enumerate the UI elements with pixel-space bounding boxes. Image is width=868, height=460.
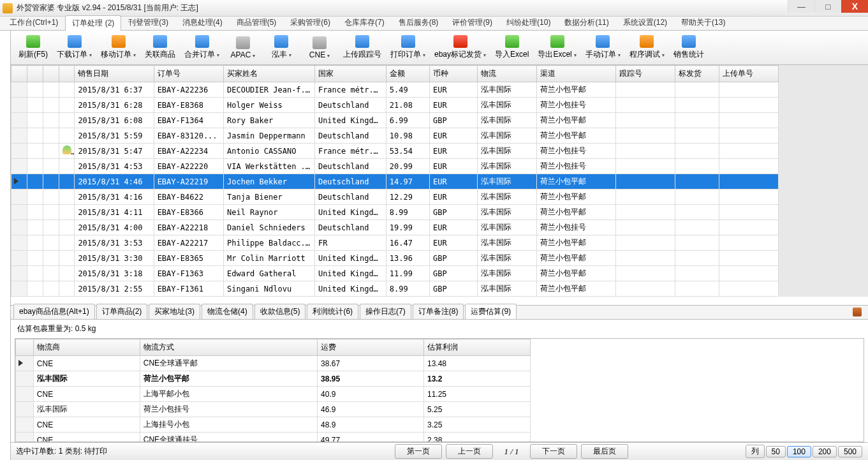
freight-row[interactable]: 泓丰国际荷兰小包挂号46.95.25	[16, 402, 531, 417]
sidebar-item[interactable]: ⊞标记订单 (2506)	[0, 297, 11, 312]
maximize-button[interactable]: □	[814, 0, 841, 13]
toolbar-button[interactable]: 合并订单▾	[180, 32, 223, 64]
page-size-button[interactable]: 100	[787, 446, 811, 457]
row-header[interactable]	[11, 128, 27, 144]
minimize-button[interactable]: —	[788, 0, 814, 13]
detail-tab[interactable]: 利润统计(6)	[307, 304, 358, 319]
sidebar-item[interactable]: 所有订单 (28010)	[0, 33, 11, 48]
grid-header[interactable]: 上传单号	[719, 66, 778, 82]
sidebar-item[interactable]: 待打印订单 (87)	[0, 151, 11, 165]
sidebar-item[interactable]: 其他订单 (1)	[0, 209, 11, 224]
list-mode-button[interactable]: 列	[746, 445, 765, 458]
row-header[interactable]	[11, 281, 27, 297]
detail-tab[interactable]: 订单备注(8)	[413, 304, 464, 319]
grid-header[interactable]: 渠道	[536, 66, 615, 82]
order-grid[interactable]: 销售日期订单号买家姓名国家金额币种物流渠道跟踪号标发货上传单号2015/8/31…	[11, 65, 779, 297]
grid-header[interactable]	[27, 66, 43, 82]
main-tab[interactable]: 售后服务(8)	[392, 15, 446, 30]
sidebar-item[interactable]: 海外仓订单 (26)	[0, 165, 11, 180]
row-header[interactable]	[16, 417, 34, 433]
main-tab[interactable]: 消息处理(4)	[175, 15, 230, 30]
book-icon[interactable]	[853, 308, 862, 316]
table-row[interactable]: 2015/8/31 3:18EBAY-F1363Edward GatheralU…	[11, 266, 779, 281]
page-next-button[interactable]: 下一页	[530, 444, 577, 459]
table-row[interactable]: 2015/8/31 4:53EBAY-A22220VIA Werkstätten…	[11, 159, 779, 174]
toolbar-button[interactable]: 上传跟踪号	[339, 32, 385, 64]
page-last-button[interactable]: 最后页	[581, 444, 628, 459]
freight-header[interactable]: 运费	[318, 339, 424, 356]
sidebar-item[interactable]: 缺货订单 (9)	[0, 107, 11, 121]
row-header[interactable]	[16, 433, 34, 443]
row-header[interactable]	[11, 205, 27, 220]
row-header[interactable]	[16, 371, 34, 387]
grid-header[interactable]: 买家姓名	[224, 66, 315, 82]
toolbar-button[interactable]: 销售统计	[670, 32, 708, 64]
toolbar-button[interactable]: 下载订单▾	[53, 32, 96, 64]
main-tab[interactable]: 纠纷处理(10)	[499, 15, 557, 30]
grid-header[interactable]: 国家	[314, 66, 386, 82]
row-header[interactable]	[11, 189, 27, 205]
table-row[interactable]: 2015/8/31 6:37EBAY-A22236DECOUDIER Jean-…	[11, 82, 779, 98]
sidebar-item[interactable]: 已打印订单 (7)	[0, 195, 11, 209]
detail-tab[interactable]: 物流仓储(4)	[202, 304, 253, 319]
row-header[interactable]	[16, 402, 34, 417]
grid-header[interactable]: 销售日期	[75, 66, 154, 82]
main-tab[interactable]: 评价管理(9)	[445, 15, 499, 30]
main-tab[interactable]: 数据分析(11)	[557, 15, 615, 30]
table-row[interactable]: 2015/8/31 4:11EBAY-E8366Neil RaynorUnite…	[11, 205, 779, 220]
main-tab[interactable]: 商品管理(5)	[230, 15, 284, 30]
grid-header[interactable]: 金额	[386, 66, 429, 82]
row-header[interactable]	[11, 251, 27, 266]
table-row[interactable]: 2015/8/31 5:47EBAY-A22234Antonio CASSANO…	[11, 144, 779, 159]
table-row[interactable]: 2015/8/31 4:00EBAY-A22218Daniel Schniede…	[11, 220, 779, 235]
row-header[interactable]	[11, 82, 27, 98]
main-tab[interactable]: 工作台(Ctrl+1)	[3, 15, 65, 30]
toolbar-button[interactable]: 关联商品	[141, 32, 179, 64]
page-size-button[interactable]: 50	[766, 446, 786, 457]
freight-row[interactable]: CNECNE全球通平邮38.6713.48	[16, 356, 531, 371]
grid-header[interactable]: 物流	[477, 66, 536, 82]
sidebar-item[interactable]: 已发货订单 (25107)	[0, 239, 11, 253]
freight-header[interactable]: 估算利润	[423, 339, 530, 356]
row-header[interactable]	[11, 113, 27, 128]
sidebar-item[interactable]: 待指定仓库 (0)	[0, 92, 11, 107]
sidebar-item[interactable]: 留言待处理 (0)	[0, 63, 11, 77]
freight-header[interactable]	[16, 339, 34, 356]
freight-grid[interactable]: 物流商物流方式运费估算利润CNECNE全球通平邮38.6713.48泓丰国际荷兰…	[15, 339, 531, 442]
freight-grid-wrap[interactable]: 物流商物流方式运费估算利润CNECNE全球通平邮38.6713.48泓丰国际荷兰…	[15, 338, 864, 442]
row-header[interactable]	[11, 98, 27, 113]
detail-tab[interactable]: 买家地址(3)	[149, 304, 200, 319]
table-row[interactable]: 2015/8/31 5:59EBAY-83120...Jasmin Depper…	[11, 128, 779, 144]
grid-header[interactable]	[11, 66, 27, 82]
sidebar-item[interactable]: 待指定物流方式 (1)	[0, 136, 11, 151]
close-button[interactable]: X	[841, 0, 868, 13]
page-prev-button[interactable]: 上一页	[446, 444, 493, 459]
sidebar-item[interactable]: 商品未知 (0)	[0, 77, 11, 92]
row-header[interactable]	[11, 144, 27, 159]
row-header[interactable]	[11, 235, 27, 251]
toolbar-button[interactable]: 导出Excel▾	[534, 32, 580, 64]
page-size-button[interactable]: 200	[813, 446, 837, 457]
main-tab[interactable]: 仓库库存(7)	[337, 15, 392, 30]
sidebar-item[interactable]: 过期订单 (720)	[0, 283, 11, 297]
toolbar-button[interactable]: APAC▾	[224, 32, 261, 64]
table-row[interactable]: 2015/8/31 6:28EBAY-E8368Holger WeissDeut…	[11, 98, 779, 113]
main-tab[interactable]: 帮助关于(13)	[674, 15, 732, 30]
toolbar-button[interactable]: 打印订单▾	[386, 32, 429, 64]
freight-header[interactable]: 物流方式	[140, 339, 317, 356]
grid-header[interactable]: 订单号	[154, 66, 223, 82]
freight-header[interactable]: 物流商	[33, 339, 140, 356]
table-row[interactable]: 2015/8/31 2:55EBAY-F1361Singani NdlovuUn…	[11, 281, 779, 297]
toolbar-button[interactable]: 刷新(F5)	[15, 32, 52, 64]
row-header[interactable]	[16, 387, 34, 402]
sidebar-item[interactable]: 待合并订单 (0)	[0, 121, 11, 136]
table-row[interactable]: 2015/8/31 4:16EBAY-B4622Tanja BienerDeut…	[11, 189, 779, 205]
table-row[interactable]: 2015/8/31 6:08EBAY-F1364Rory BakerUnited…	[11, 113, 779, 128]
detail-tab[interactable]: 操作日志(7)	[360, 304, 411, 319]
detail-tab[interactable]: 运费估算(9)	[465, 304, 517, 319]
freight-row[interactable]: CNE上海平邮小包40.911.25	[16, 387, 531, 402]
table-row[interactable]: 2015/8/31 3:53EBAY-A22217Philippe Baldac…	[11, 235, 779, 251]
toolbar-button[interactable]: 手动订单▾	[582, 32, 624, 64]
row-header[interactable]	[16, 356, 34, 371]
order-grid-wrap[interactable]: 销售日期订单号买家姓名国家金额币种物流渠道跟踪号标发货上传单号2015/8/31…	[11, 65, 868, 306]
